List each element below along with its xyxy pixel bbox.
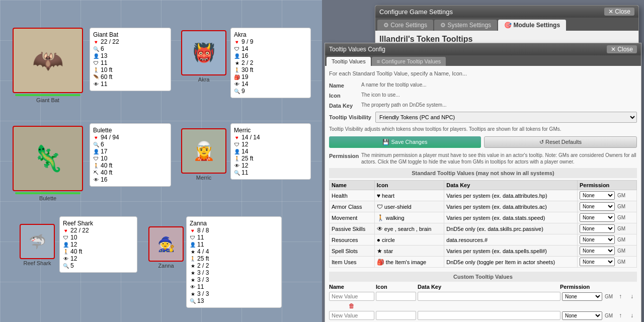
bulette-token[interactable]: 🦎 Bulette [13,126,83,201]
bulette-burrow: 40 ft [101,169,112,176]
bulette-card-name: Bulette [93,127,168,134]
merric-search: 11 [242,169,248,176]
stv-perm-select[interactable]: NoneLimitedObserverOwner [580,235,615,244]
form-desc-name: A name for the tooltip value... [361,82,637,88]
reef-shark-speed: 40 ft [70,248,82,255]
bulette-hp-bar [15,192,80,194]
ctv-perm-select[interactable]: NoneLimitedObserverOwner [562,292,602,301]
stv-cell-icon: ● circle [374,234,444,246]
reef-shark-search: 5 [70,262,74,269]
ctv-down-btn[interactable]: ↓ [627,312,637,319]
configure-modal-tabs: ⚙ Core Settings ⚙ System Settings 🎯 Modu… [375,18,638,31]
giant-bat-hp-bar [15,94,80,96]
giant-bat-card-name: Giant Bat [93,31,168,38]
tab-tooltip-values[interactable]: Tooltip Values [327,57,371,66]
merric-token[interactable]: 🧝 Merric [181,128,226,181]
reef-shark-image: 🦈 [20,224,55,259]
stv-row: Health ♥ heart Varies per system (ex. da… [330,190,637,201]
form-desc-icon: The icon to use... [361,92,637,98]
akra-search: 9 [242,88,245,95]
akra-image: 👹 [181,30,226,75]
giant-bat-card: Giant Bat ♥22 / 22 🔍6 👤13 🛡11 🚶10 ft 🪶60… [90,28,171,91]
ctv-up-btn[interactable]: ↑ [615,312,625,319]
configure-modal-close[interactable]: ✕ Close [604,8,634,16]
stv-gm-label: GM [617,193,625,198]
stv-cell-name: Movement [330,212,375,223]
stv-cell-perm: NoneLimitedObserverOwner GM [578,257,637,268]
stv-cell-icon: 🎒 the Item's image [374,257,444,268]
giant-bat-perc: 6 [101,45,104,52]
reset-defaults-button[interactable]: ↺ Reset Defaults [484,136,637,148]
stv-row: Movement 🚶 walking Varies per system (ex… [330,212,637,223]
stv-gm-label: GM [617,248,625,254]
ctv-datakey-input[interactable] [418,292,560,301]
stv-perm-select[interactable]: NoneLimitedObserverOwner [580,247,615,255]
ctv-icon-input[interactable] [376,311,416,320]
reef-shark-card: Reef Shark ♥22 / 22 🛡10 👤12 🚶40 ft 👁12 🔍… [59,216,137,273]
akra-card-name: Akra [234,31,307,38]
akra-token[interactable]: 👹 Akra [181,30,226,83]
reef-shark-ac: 10 [70,234,77,241]
ctv-name-input[interactable] [329,292,374,301]
stv-perm-select[interactable]: NoneLimitedObserverOwner [580,224,615,233]
stv-cell-datakey: DnD5e only (toggle per Item in actor she… [444,257,578,268]
custom-tooltip-rows: NoneLimitedObserverOwner GM ↑ ↓ 🗑 NoneLi… [329,292,637,322]
ctv-up-btn[interactable]: ↑ [615,293,625,300]
stv-perm-select[interactable]: NoneLimitedObserverOwner [580,202,615,211]
tooltip-visibility-select[interactable]: Friendly Tokens (PC and NPC) All Tokens … [375,112,637,123]
stv-cell-perm: NoneLimitedObserverOwner GM [578,201,637,212]
tooltip-modal-close[interactable]: ✕ Close [607,45,637,53]
stv-row: Item Uses 🎒 the Item's image DnD5e only … [330,257,637,268]
stv-perm-select[interactable]: NoneLimitedObserverOwner [580,213,615,222]
tab-system[interactable]: ⚙ System Settings [434,20,497,31]
stv-cell-icon: 🚶 walking [374,212,444,223]
save-changes-button[interactable]: 💾 Save Changes [329,136,481,148]
bulette-str: 17 [101,148,107,155]
ctv-down-btn[interactable]: ↓ [627,293,637,300]
tooltip-visibility-label: Tooltip Visibility [329,114,371,120]
merric-label: Merric [196,175,212,181]
stv-cell-icon: ♥ heart [374,190,444,201]
tab-ct-label: ≡ Configure Tooltip Values [377,58,441,64]
stv-cell-datakey: Varies per system (ex. data.stats.speed) [444,212,578,223]
stv-gm-label: GM [617,259,625,265]
akra-item: 19 [242,73,248,80]
ctv-delete-btn[interactable]: 🗑 [329,302,374,309]
tokens-area: 🦇 Giant Bat Giant Bat ♥22 / 22 🔍6 👤13 🛡1… [0,0,322,322]
ctv-perm-select[interactable]: NoneLimitedObserverOwner [562,311,602,320]
ctv-name-input[interactable] [329,311,374,320]
stv-perm-select[interactable]: NoneLimitedObserverOwner [580,258,615,266]
stv-gm-label: GM [617,204,625,209]
stv-cell-datakey: DnD5e only (ex. data.skills.prc.passive) [444,223,578,234]
stv-col-perm: Permission [578,181,637,190]
ctv-icon-input[interactable] [376,292,416,301]
tooltip-modal-body: For each Standard Tooltip Value, specify… [325,66,641,322]
bulette-passive: 16 [101,176,107,183]
merric-card-name: Merric [234,127,307,134]
tab-core[interactable]: ⚙ Core Settings [377,20,433,31]
merric-passive: 12 [242,162,248,169]
giant-bat-ac: 11 [101,59,107,66]
giant-bat-token[interactable]: 🦇 Giant Bat [13,28,83,103]
stv-cell-datakey: Varies per system (ex. data.attributes.h… [444,190,578,201]
form-label-perm: Permission [329,152,359,159]
ctv-col-datakey: Data Key [418,284,558,290]
custom-tooltip-header: Custom Tooltip Values [329,272,637,282]
stv-col-datakey: Data Key [444,181,578,190]
zanna-stars1: 4 / 4 [197,248,209,255]
form-row-perm: Permission The minimum permission a play… [329,152,637,165]
zanna-token[interactable]: 🧙 Zanna [148,226,184,269]
reef-shark-token[interactable]: 🦈 Reef Shark [20,224,55,266]
stv-cell-name: Passive Skills [330,223,375,234]
stv-perm-select[interactable]: NoneLimitedObserverOwner [580,191,615,200]
tab-configure-tooltip[interactable]: ≡ Configure Tooltip Values [372,57,446,66]
standard-tooltip-table: Name Icon Data Key Permission Health ♥ h… [329,180,637,268]
ctv-datakey-input[interactable] [418,311,560,320]
giant-bat-label: Giant Bat [36,97,59,103]
zanna-stars3: 3 / 3 [197,269,209,276]
tab-system-label: ⚙ System Settings [440,22,491,29]
akra-passive: 14 [242,80,248,88]
tab-module[interactable]: 🎯 Module Settings [498,20,566,31]
zanna-card: Zanna ♥8 / 8 🛡11 👤11 ★4 / 4 🚶25 ft ★2 / … [186,216,282,308]
akra-card: Akra ♥9 / 9 🛡14 👤16 ★2 / 2 🚶30 ft 🎒19 👁1… [230,28,311,98]
